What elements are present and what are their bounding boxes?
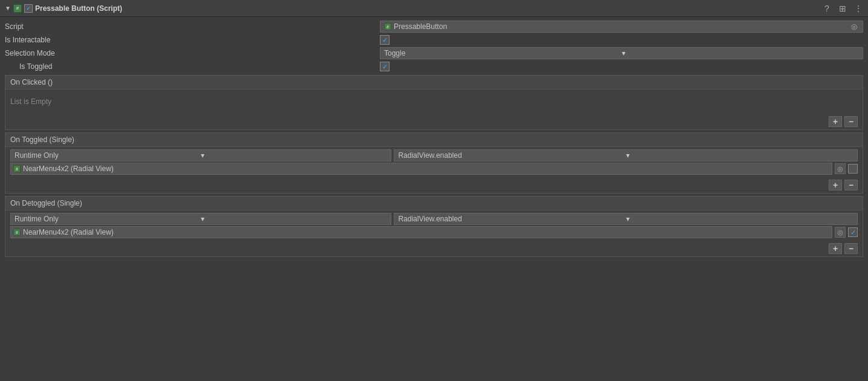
on-detoggled-row2: # NearMenu4x2 (Radial View) ◎ bbox=[10, 226, 858, 238]
component-enabled-checkbox[interactable] bbox=[24, 4, 33, 13]
on-detoggled-object-name: NearMenu4x2 (Radial View) bbox=[23, 228, 114, 236]
on-toggled-footer: + − bbox=[5, 177, 863, 193]
on-clicked-header: On Clicked () bbox=[5, 76, 863, 90]
on-clicked-footer: + − bbox=[5, 114, 863, 129]
on-toggled-runtime-text: Runtime Only bbox=[15, 151, 201, 160]
is-toggled-row: Is Toggled bbox=[0, 60, 868, 73]
on-detoggled-function-text: RadialView.enabled bbox=[398, 215, 625, 223]
script-target-btn[interactable]: ◎ bbox=[849, 22, 859, 31]
on-toggled-object-name: NearMenu4x2 (Radial View) bbox=[23, 164, 114, 173]
on-toggled-function-text: RadialView.enabled bbox=[398, 151, 625, 160]
header-right: ? ⊞ ⋮ bbox=[822, 4, 863, 13]
on-toggled-function-dropdown[interactable]: RadialView.enabled ▾ bbox=[394, 149, 858, 161]
on-detoggled-runtime-dropdown-wrapper: Runtime Only ▾ bbox=[10, 213, 391, 225]
header-left: ▼ # Pressable Button (Script) bbox=[5, 4, 822, 13]
on-detoggled-object-field[interactable]: # NearMenu4x2 (Radial View) bbox=[10, 226, 832, 238]
selection-mode-arrow-icon: ▾ bbox=[622, 49, 860, 57]
selection-mode-label: Selection Mode bbox=[5, 49, 380, 57]
script-object-name: PressableButton bbox=[394, 22, 447, 31]
component-title: Pressable Button (Script) bbox=[35, 4, 122, 13]
on-toggled-object-field[interactable]: # NearMenu4x2 (Radial View) bbox=[10, 163, 832, 175]
on-detoggled-listener: Runtime Only ▾ RadialView.enabled ▾ # bbox=[5, 210, 863, 241]
inspector-panel: ▼ # Pressable Button (Script) ? ⊞ ⋮ Scri… bbox=[0, 0, 868, 262]
on-toggled-row1: Runtime Only ▾ RadialView.enabled ▾ bbox=[10, 149, 858, 161]
help-icon[interactable]: ? bbox=[822, 4, 832, 13]
more-options-icon[interactable]: ⋮ bbox=[853, 4, 863, 13]
on-toggled-header: On Toggled (Single) bbox=[5, 133, 863, 147]
is-interactable-label: Is Interactable bbox=[5, 36, 380, 44]
on-detoggled-function-dropdown-wrapper: RadialView.enabled ▾ bbox=[394, 213, 858, 225]
on-detoggled-add-button[interactable]: + bbox=[829, 243, 842, 254]
collapse-arrow-icon[interactable]: ▼ bbox=[5, 5, 11, 11]
on-detoggled-target-button[interactable]: ◎ bbox=[835, 227, 846, 238]
on-clicked-add-button[interactable]: + bbox=[829, 116, 842, 127]
on-toggled-object-icon: # bbox=[13, 165, 21, 172]
on-toggled-remove-button[interactable]: − bbox=[844, 180, 858, 190]
on-toggled-runtime-dropdown-wrapper: Runtime Only ▾ bbox=[10, 149, 391, 161]
on-toggled-function-arrow-icon: ▾ bbox=[626, 151, 853, 160]
on-clicked-section: On Clicked () List is Empty + − bbox=[5, 75, 863, 130]
on-detoggled-runtime-dropdown[interactable]: Runtime Only ▾ bbox=[10, 213, 391, 225]
script-value: # PressableButton ◎ bbox=[380, 21, 863, 33]
on-detoggled-runtime-arrow-icon: ▾ bbox=[201, 215, 387, 223]
on-detoggled-function-dropdown[interactable]: RadialView.enabled ▾ bbox=[394, 213, 858, 225]
is-toggled-label: Is Toggled bbox=[5, 62, 380, 71]
selection-mode-dropdown[interactable]: Toggle ▾ bbox=[380, 47, 863, 59]
on-toggled-add-button[interactable]: + bbox=[829, 180, 842, 190]
on-toggled-row2: # NearMenu4x2 (Radial View) ◎ bbox=[10, 163, 858, 175]
is-interactable-value bbox=[380, 35, 863, 45]
is-toggled-checkbox[interactable] bbox=[380, 62, 390, 71]
on-toggled-runtime-arrow-icon: ▾ bbox=[201, 151, 387, 160]
on-detoggled-row1: Runtime Only ▾ RadialView.enabled ▾ bbox=[10, 213, 858, 225]
component-header: ▼ # Pressable Button (Script) ? ⊞ ⋮ bbox=[0, 0, 868, 17]
on-toggled-runtime-dropdown[interactable]: Runtime Only ▾ bbox=[10, 149, 391, 161]
script-object-field[interactable]: # PressableButton ◎ bbox=[380, 21, 863, 33]
on-detoggled-footer: + − bbox=[5, 241, 863, 256]
component-body: Script # PressableButton ◎ Is Interactab… bbox=[0, 17, 868, 262]
selection-mode-row: Selection Mode Toggle ▾ bbox=[0, 46, 868, 60]
on-detoggled-remove-button[interactable]: − bbox=[844, 243, 858, 254]
is-toggled-value bbox=[380, 62, 863, 71]
on-clicked-empty: List is Empty bbox=[5, 90, 863, 114]
script-field-row: Script # PressableButton ◎ bbox=[0, 19, 868, 34]
selection-mode-value: Toggle ▾ bbox=[380, 47, 863, 59]
on-detoggled-header: On Detoggled (Single) bbox=[5, 197, 863, 210]
script-object-icon: # bbox=[384, 23, 391, 30]
on-toggled-target-button[interactable]: ◎ bbox=[835, 163, 846, 174]
is-interactable-checkbox[interactable] bbox=[380, 35, 390, 45]
on-detoggled-object-icon: # bbox=[13, 229, 21, 236]
on-toggled-value-checkbox[interactable] bbox=[848, 164, 858, 174]
on-toggled-listener: Runtime Only ▾ RadialView.enabled ▾ # bbox=[5, 147, 863, 177]
on-detoggled-runtime-text: Runtime Only bbox=[15, 215, 201, 223]
pin-icon[interactable]: ⊞ bbox=[838, 4, 847, 13]
on-toggled-section: On Toggled (Single) Runtime Only ▾ Radia… bbox=[5, 132, 863, 194]
is-interactable-row: Is Interactable bbox=[0, 34, 868, 46]
selection-mode-text: Toggle bbox=[384, 49, 622, 57]
on-detoggled-function-arrow-icon: ▾ bbox=[626, 215, 853, 223]
on-toggled-function-dropdown-wrapper: RadialView.enabled ▾ bbox=[394, 149, 858, 161]
script-label: Script bbox=[5, 22, 380, 31]
on-detoggled-section: On Detoggled (Single) Runtime Only ▾ Rad… bbox=[5, 196, 863, 257]
on-clicked-remove-button[interactable]: − bbox=[844, 116, 858, 127]
script-icon: # bbox=[13, 4, 22, 13]
on-detoggled-value-checkbox[interactable] bbox=[848, 227, 858, 237]
